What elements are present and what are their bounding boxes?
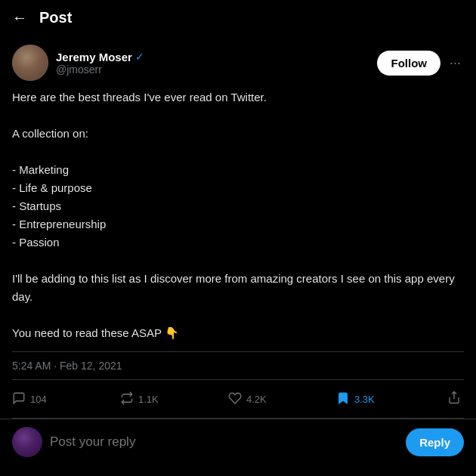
retweet-stat[interactable]: 1.1K: [120, 391, 228, 407]
user-left: Jeremy Moser ✓ @jmoserr: [12, 45, 144, 81]
page-title: Post: [39, 9, 72, 26]
user-row: Jeremy Moser ✓ @jmoserr Follow ···: [12, 45, 464, 81]
reply-bar: Reply: [0, 419, 476, 465]
user-name[interactable]: Jeremy Moser: [56, 51, 132, 63]
comment-count: 104: [30, 394, 47, 405]
reply-button[interactable]: Reply: [406, 428, 464, 456]
user-info: Jeremy Moser ✓ @jmoserr: [56, 51, 144, 76]
stats-row: 104 1.1K 4.2K 3.3K: [12, 380, 464, 419]
user-handle[interactable]: @jmoserr: [56, 63, 144, 76]
retweet-count: 1.1K: [138, 394, 159, 405]
follow-button[interactable]: Follow: [377, 51, 440, 76]
tweet-body: Here are the best threads I've ever read…: [12, 88, 464, 342]
like-count: 4.2K: [246, 394, 267, 405]
more-icon: ···: [450, 55, 461, 71]
header: ← Post: [0, 0, 476, 36]
reply-avatar: [12, 427, 42, 457]
reply-input[interactable]: [50, 434, 398, 450]
like-stat[interactable]: 4.2K: [228, 391, 336, 407]
back-button[interactable]: ←: [12, 9, 27, 26]
tweet-timestamp: 5:24 AM · Feb 12, 2021: [12, 351, 464, 380]
user-name-row: Jeremy Moser ✓: [56, 51, 144, 63]
bookmark-icon: [336, 391, 350, 407]
more-options-button[interactable]: ···: [447, 52, 464, 74]
comment-icon: [12, 391, 26, 407]
share-button[interactable]: [444, 388, 464, 410]
bookmark-count: 3.3K: [354, 394, 375, 405]
share-icon: [447, 394, 461, 406]
like-icon: [228, 391, 242, 407]
avatar-image: [12, 45, 48, 81]
back-icon: ←: [12, 9, 27, 26]
user-actions: Follow ···: [377, 51, 464, 76]
avatar[interactable]: [12, 45, 48, 81]
retweet-icon: [120, 391, 134, 407]
comment-stat[interactable]: 104: [12, 391, 120, 407]
post-container: Jeremy Moser ✓ @jmoserr Follow ··· Here …: [0, 36, 476, 419]
verified-badge-icon: ✓: [135, 51, 144, 63]
bookmark-stat[interactable]: 3.3K: [336, 391, 444, 407]
